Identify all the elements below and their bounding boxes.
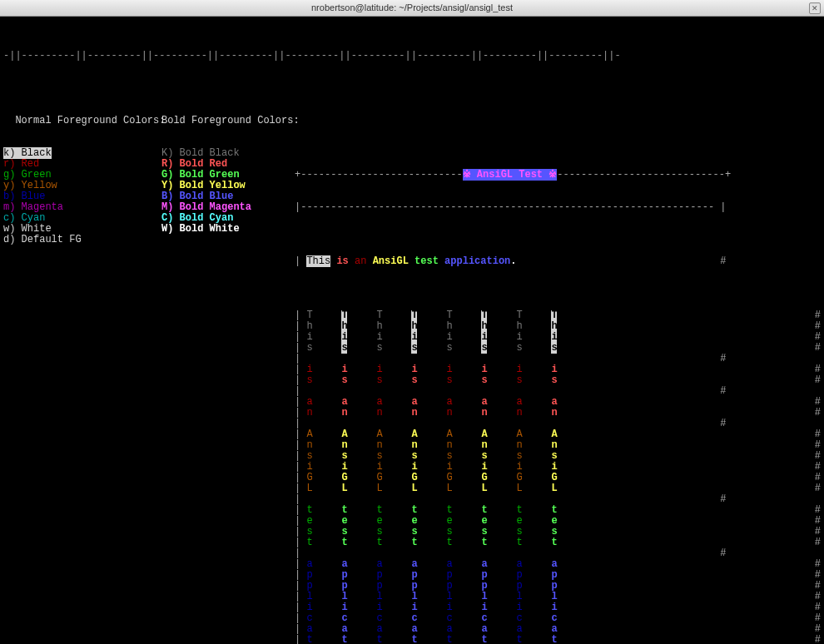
- grid-row: | iiiiiiii #: [295, 364, 821, 375]
- grid-row: | nnnnnnnn #: [295, 440, 821, 451]
- color-legend: Normal Foreground Colors: Bold Foregroun…: [3, 94, 295, 644]
- normal-color-y[interactable]: y) Yellow: [3, 180, 57, 191]
- close-icon[interactable]: ✕: [809, 2, 821, 14]
- normal-color-m[interactable]: m) Magenta: [3, 201, 63, 213]
- sentence-row: | This is an AnsiGL test application. #: [295, 256, 821, 267]
- sentence-word: [439, 255, 444, 267]
- grid-row: | iiiiiiii #: [295, 602, 821, 613]
- sentence-word: [366, 255, 372, 267]
- grid-row: | hhhhhhhh #: [295, 321, 821, 332]
- grid-row: | aaaaaaaa #: [295, 397, 821, 408]
- sentence-word: AnsiGL: [373, 255, 409, 267]
- sentence-word: test: [414, 255, 439, 267]
- grid-row: | cccccccc #: [295, 613, 821, 624]
- test-window: +---------------------------※ AnsiGL Tes…: [295, 94, 821, 644]
- top-ruler: -||---------||---------||---------||----…: [3, 51, 821, 62]
- normal-color-k[interactable]: k) Black: [3, 147, 52, 159]
- grid-row: | ssssssss #: [295, 527, 821, 537]
- normal-color-b[interactable]: b) Blue: [3, 191, 45, 202]
- grid-row: | iiiiiiii #: [295, 332, 821, 343]
- normal-color-c[interactable]: c) Cyan: [3, 212, 45, 224]
- grid-row: | ssssssss #: [295, 451, 821, 462]
- sentence-word: [349, 255, 355, 267]
- grid-row: | pppppppp #: [295, 581, 821, 592]
- sentence-word: This: [306, 255, 330, 267]
- grid-row: | eeeeeeee #: [295, 516, 821, 527]
- normal-color-r[interactable]: r) Red: [3, 158, 39, 170]
- bold-color-W[interactable]: W) Bold White: [161, 224, 240, 235]
- grid-row: | iiiiiiii #: [295, 462, 821, 473]
- bold-header: Bold Foreground Colors:: [161, 116, 300, 126]
- sentence-word: is: [336, 255, 348, 267]
- normal-header: Normal Foreground Colors:: [15, 115, 165, 126]
- grid-row: | AAAAAAAA #: [295, 429, 821, 440]
- grid-row: | pppppppp #: [295, 570, 821, 581]
- grid-row: | aaaaaaaa #: [295, 559, 821, 570]
- grid-row: | aaaaaaaa #: [295, 624, 821, 635]
- window-titlebar: nrobertson@latitude: ~/Projects/ansigl/a…: [0, 0, 824, 17]
- window-title: nrobertson@latitude: ~/Projects/ansigl/a…: [311, 2, 513, 13]
- grid-row: | TTTTTTTT #: [295, 310, 821, 321]
- normal-color-w[interactable]: w) White: [3, 223, 52, 235]
- sentence-word: application: [444, 255, 510, 267]
- sentence-word: [409, 255, 414, 267]
- terminal-content: -||---------||---------||---------||----…: [0, 17, 824, 644]
- box-title-underline: |---------------------------------------…: [295, 202, 821, 213]
- normal-color-g[interactable]: g) Green: [3, 169, 52, 181]
- grid-row: | tttttttt #: [295, 635, 821, 644]
- normal-color-d[interactable]: d) Default FG: [3, 234, 82, 245]
- sentence-word: .: [510, 255, 516, 267]
- grid-row: | tttttttt #: [295, 505, 821, 516]
- sentence-word: an: [355, 255, 366, 267]
- box-top-border: +---------------------------※ AnsiGL Tes…: [295, 170, 821, 181]
- grid-row: | llllllll #: [295, 592, 821, 602]
- grid-row: | GGGGGGGG #: [295, 473, 821, 483]
- app-title: ※ AnsiGL Test ※: [463, 169, 558, 181]
